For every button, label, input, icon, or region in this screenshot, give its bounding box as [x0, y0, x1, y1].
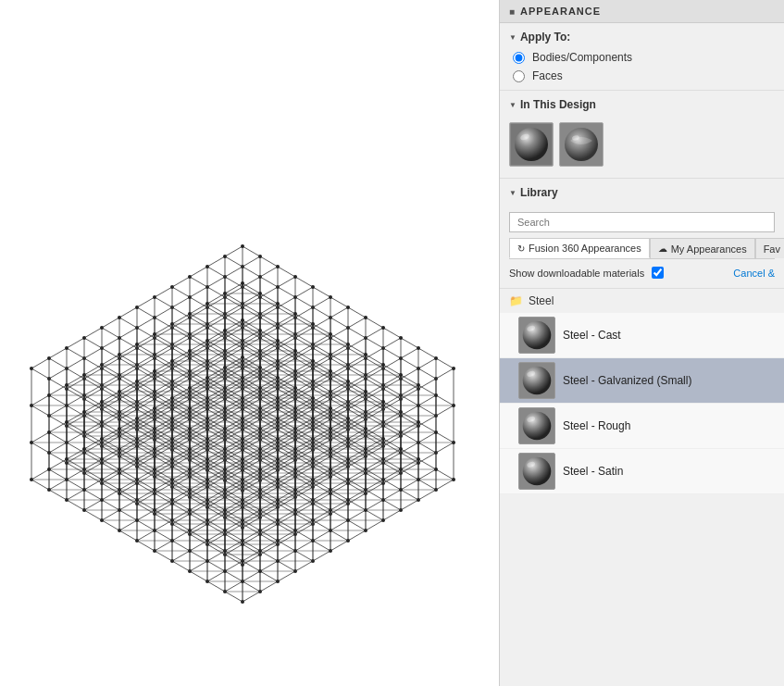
- show-downloadable-row: Show downloadable materials Cancel &: [509, 265, 775, 281]
- material-thumbnail: [518, 317, 555, 354]
- category-name: Steel: [529, 294, 554, 307]
- material-thumbnail: [518, 453, 555, 490]
- tab-fusion-label: Fusion 360 Appearances: [529, 243, 641, 254]
- in-design-section: ▼ In This Design: [500, 91, 784, 179]
- apply-to-title: Apply To:: [520, 31, 570, 44]
- tab-my-label: My Appearances: [671, 243, 747, 255]
- cloud-icon: ☁: [658, 243, 667, 254]
- steel-category[interactable]: 📁 Steel: [500, 289, 784, 313]
- apply-to-options: Bodies/Components Faces: [509, 51, 775, 82]
- material-item[interactable]: Steel - Cast: [500, 313, 784, 358]
- design-thumbnails: [509, 118, 775, 170]
- show-downloadable-label: Show downloadable materials: [509, 268, 644, 279]
- design-thumbnail-2[interactable]: [559, 122, 604, 167]
- panel-title: APPEARANCE: [520, 6, 601, 17]
- search-input[interactable]: [509, 212, 775, 232]
- in-design-header[interactable]: ▼ In This Design: [509, 98, 775, 111]
- tab-fusion-360-appearances[interactable]: ↻ Fusion 360 Appearances: [509, 238, 650, 258]
- svg-point-2954: [241, 355, 244, 359]
- radio-bodies[interactable]: [513, 52, 525, 64]
- apply-to-section: ▼ Apply To: Bodies/Components Faces: [500, 23, 784, 91]
- material-item[interactable]: Steel - Galvanized (Small): [500, 358, 784, 404]
- material-name: Steel - Cast: [563, 329, 621, 342]
- minus-icon: ■: [509, 6, 515, 17]
- material-name: Steel - Galvanized (Small): [563, 374, 691, 387]
- material-item[interactable]: Steel - Rough: [500, 404, 784, 449]
- cancel-link[interactable]: Cancel &: [733, 268, 775, 279]
- tab-my-appearances[interactable]: ☁ My Appearances: [650, 238, 755, 258]
- tab-favorites[interactable]: Fav: [755, 238, 784, 258]
- library-header[interactable]: ▼ Library: [509, 186, 775, 199]
- materials-list: 📁 Steel Steel - Cast: [500, 289, 784, 686]
- library-title: Library: [520, 186, 558, 199]
- library-collapse-icon: ▼: [509, 189, 516, 197]
- radio-bodies-item[interactable]: Bodies/Components: [513, 51, 775, 64]
- svg-point-2959: [515, 128, 548, 161]
- refresh-icon: ↻: [517, 243, 525, 254]
- appearance-panel: ■ APPEARANCE ▼ Apply To: Bodies/Componen…: [499, 0, 784, 686]
- svg-point-2955: [241, 318, 244, 322]
- library-tabs: ↻ Fusion 360 Appearances ☁ My Appearance…: [509, 238, 775, 259]
- svg-point-2956: [241, 281, 244, 285]
- svg-point-2968: [523, 367, 552, 395]
- panel-header: ■ APPEARANCE: [500, 0, 784, 23]
- show-downloadable-checkbox[interactable]: [652, 267, 664, 279]
- material-name: Steel - Satin: [563, 465, 623, 478]
- radio-faces[interactable]: [513, 70, 525, 82]
- radio-faces-item[interactable]: Faces: [513, 69, 775, 82]
- in-design-title: In This Design: [520, 98, 596, 111]
- radio-bodies-label[interactable]: Bodies/Components: [532, 51, 632, 64]
- apply-to-header[interactable]: ▼ Apply To:: [509, 31, 775, 44]
- canvas-area: [0, 0, 499, 686]
- svg-point-2974: [523, 457, 552, 486]
- library-section: ▼ Library ↻ Fusion 360 Appearances ☁ My …: [500, 179, 784, 289]
- material-name: Steel - Rough: [563, 419, 630, 432]
- radio-faces-label[interactable]: Faces: [532, 69, 563, 82]
- collapse-icon: ▼: [509, 33, 516, 42]
- material-thumbnail: [518, 362, 555, 399]
- material-item[interactable]: Steel - Satin: [500, 449, 784, 494]
- svg-point-2965: [523, 321, 552, 350]
- in-design-collapse-icon: ▼: [509, 101, 516, 109]
- folder-icon: 📁: [509, 294, 523, 307]
- svg-point-2957: [241, 244, 244, 248]
- svg-point-2971: [523, 412, 552, 441]
- tab-fav-label: Fav: [764, 243, 780, 255]
- material-thumbnail: [518, 407, 555, 444]
- design-thumbnail-1[interactable]: [509, 122, 554, 167]
